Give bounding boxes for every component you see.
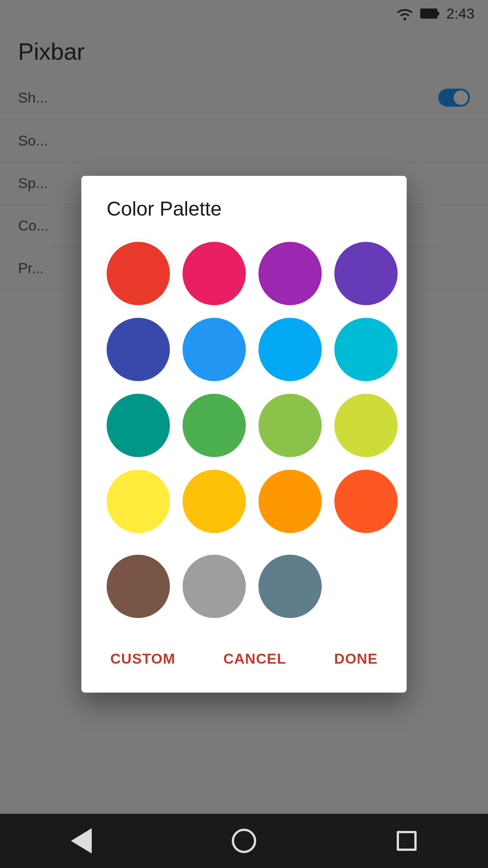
color-swatch-cyan[interactable]: [334, 318, 398, 381]
color-swatch-blue-mid[interactable]: [183, 318, 246, 381]
back-button[interactable]: [63, 823, 99, 859]
color-swatch-pink[interactable]: [183, 242, 246, 305]
color-swatch-blue-grey[interactable]: [258, 555, 322, 618]
recents-button[interactable]: [389, 823, 425, 859]
color-swatch-lime[interactable]: [334, 394, 398, 457]
color-swatch-yellow[interactable]: [107, 470, 170, 533]
color-swatch-red[interactable]: [107, 242, 170, 305]
dialog-overlay: Color Palette: [0, 0, 488, 868]
color-swatch-amber[interactable]: [183, 470, 246, 533]
recents-icon: [397, 831, 417, 851]
color-swatch-deep-orange[interactable]: [334, 470, 398, 533]
home-button[interactable]: [226, 823, 262, 859]
done-button[interactable]: DONE: [331, 643, 381, 675]
cancel-button[interactable]: CANCEL: [220, 643, 290, 675]
color-swatch-purple-light[interactable]: [258, 242, 322, 305]
color-swatch-blue-light[interactable]: [258, 318, 322, 381]
color-swatch-teal[interactable]: [107, 394, 170, 457]
color-row-last: [107, 555, 381, 618]
color-palette-dialog: Color Palette: [81, 176, 407, 693]
color-swatch-brown[interactable]: [107, 555, 170, 618]
dialog-title: Color Palette: [107, 198, 381, 220]
back-icon: [71, 828, 92, 854]
nav-bar: [0, 814, 488, 868]
color-swatch-grey[interactable]: [183, 555, 246, 618]
color-swatch-green[interactable]: [183, 394, 246, 457]
color-swatch-orange[interactable]: [258, 470, 322, 533]
dialog-actions: CUSTOM CANCEL DONE: [107, 640, 381, 675]
color-swatch-purple-dark[interactable]: [334, 242, 398, 305]
color-grid: [107, 242, 381, 533]
color-swatch-light-green[interactable]: [258, 394, 322, 457]
custom-button[interactable]: CUSTOM: [107, 643, 179, 675]
color-swatch-blue-dark[interactable]: [107, 318, 170, 381]
home-icon: [232, 829, 256, 853]
